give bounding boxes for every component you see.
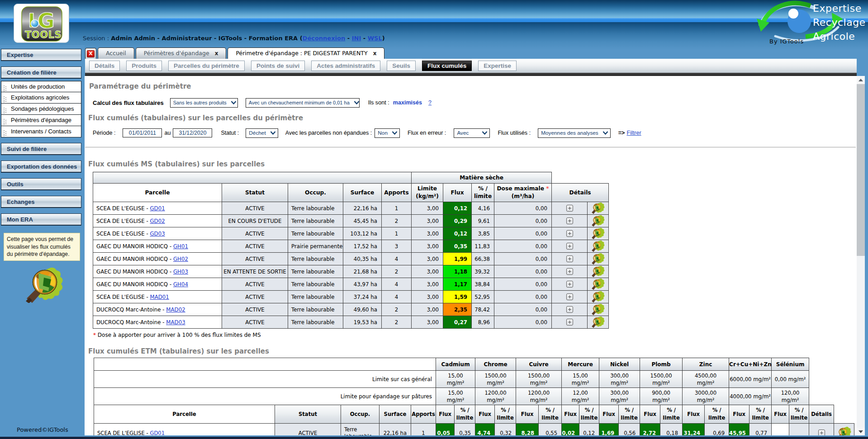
cell-statut: ACTIVE xyxy=(222,202,288,215)
map-view-button[interactable] xyxy=(591,217,605,224)
sidebar-item-exploitations-agricoles[interactable]: Exploitations agricoles xyxy=(1,92,81,104)
ini-link[interactable]: INI xyxy=(352,35,361,42)
expand-plus-icon[interactable] xyxy=(566,255,573,262)
session-info: Admin Admin - Administrateur - IGTools -… xyxy=(111,35,298,42)
nav-button-expertise[interactable]: Expertise xyxy=(478,61,517,71)
date-from-input[interactable]: 01/01/2011 xyxy=(123,128,162,137)
sidebar-item-label: Mon ERA xyxy=(7,216,33,223)
map-view-button[interactable] xyxy=(591,205,605,211)
map-view-button[interactable] xyxy=(591,281,605,287)
expand-plus-icon[interactable] xyxy=(818,430,825,435)
sidebar-item-expertise[interactable]: Expertise xyxy=(1,49,81,61)
parcelle-link[interactable]: GD02 xyxy=(150,218,165,224)
etm-metal-chrome: Chrome xyxy=(475,358,516,371)
sidebar-item-sondages-p-dologiques[interactable]: Sondages pédologiques xyxy=(1,104,81,115)
parcelle-name: GAEC DU MANOIR HODICQ - xyxy=(96,269,173,275)
etm-table-row: SCEA DE L'EGLISE - GD01ACTIVETerre labou… xyxy=(94,424,854,436)
map-view-button[interactable] xyxy=(591,319,605,325)
parcelle-link[interactable]: GH03 xyxy=(173,269,188,275)
cell-dose-max: 0,00 xyxy=(494,278,552,291)
etm-col-flux: Flux xyxy=(436,405,455,424)
sidebar-item-exportation-des-donn-es[interactable]: Exportation des données xyxy=(1,160,81,173)
parcelle-link[interactable]: MAD02 xyxy=(166,307,185,313)
vertical-scrollbar[interactable] xyxy=(857,76,865,435)
tab-close-icon[interactable]: x xyxy=(215,50,218,57)
help-link[interactable]: ? xyxy=(428,99,432,106)
ms-table-row: DUCROCQ Marc-Antoine - MAD02ACTIVETerre … xyxy=(93,303,609,316)
sidebar-item-suivi-de-fili-re[interactable]: Suivi de filière xyxy=(1,143,81,155)
scrollbar-thumb[interactable] xyxy=(857,84,865,256)
map-view-button[interactable] xyxy=(591,268,605,274)
expand-plus-icon[interactable] xyxy=(566,230,573,237)
sidebar-item-label: Unités de production xyxy=(11,83,65,90)
nav-button-d-tails[interactable]: Détails xyxy=(89,61,120,71)
expand-plus-icon[interactable] xyxy=(566,268,573,275)
non-epandues-select[interactable]: Non xyxy=(375,128,400,138)
scroll-up-button[interactable] xyxy=(857,76,865,84)
tab-p-rimetre-d-pandage-pe-digesta[interactable]: Périmetre d'épandage : PE DIGESTAT PAREN… xyxy=(228,47,384,59)
scroll-down-button[interactable] xyxy=(857,428,865,435)
sidebar-item-outils[interactable]: Outils xyxy=(1,178,81,190)
wsl-link[interactable]: WSL xyxy=(368,35,382,42)
sidebar-item-intervenants-contacts[interactable]: Intervenants / Contacts xyxy=(1,126,81,137)
map-view-button[interactable] xyxy=(837,430,851,435)
expand-plus-icon[interactable] xyxy=(566,243,573,250)
sidebar-item-echanges[interactable]: Echanges xyxy=(1,196,81,208)
map-view-button[interactable] xyxy=(591,255,605,262)
parcelle-link[interactable]: MAD03 xyxy=(166,319,185,326)
close-all-tabs-button[interactable]: X xyxy=(85,48,96,59)
cell-dose-max: 0,00 xyxy=(494,215,552,227)
nav-button-seuils[interactable]: Seuils xyxy=(387,61,416,71)
expand-plus-icon[interactable] xyxy=(566,306,573,313)
expand-plus-icon[interactable] xyxy=(566,319,573,326)
etm-col-flux: Flux xyxy=(475,405,495,424)
sidebar-item-unit-s-de-production[interactable]: Unités de production xyxy=(1,81,81,92)
igtools-logo[interactable]: I G TOOLS xyxy=(14,4,69,43)
parcelle-link[interactable]: GH01 xyxy=(173,243,188,250)
etm-limit-general-row: Limite sur cas général15,00mg/m²1500,00m… xyxy=(94,371,854,388)
tab-close-icon[interactable]: x xyxy=(373,50,377,57)
expand-plus-icon[interactable] xyxy=(566,205,573,212)
map-view-button[interactable] xyxy=(591,306,605,312)
parcelle-name: GAEC DU MANOIR HODICQ - xyxy=(96,281,173,288)
date-to-input[interactable]: 31/12/2020 xyxy=(173,128,212,137)
parcelle-link[interactable]: GH04 xyxy=(173,281,188,288)
statut-select[interactable]: Déchet xyxy=(246,128,278,138)
flux-erreur-select[interactable]: Avec xyxy=(454,128,490,138)
cell-flux: 0,12 xyxy=(443,202,472,215)
nav-button-flux-cumul-s[interactable]: Flux cumulés xyxy=(422,61,472,71)
flux-utilises-select[interactable]: Moyennes des analyses xyxy=(538,128,611,138)
nav-button-points-de-suivi[interactable]: Points de suivi xyxy=(251,61,305,71)
ms-table-row: SCEA DE L'EGLISE - GD01ACTIVETerre labou… xyxy=(93,202,609,215)
nav-button-produits[interactable]: Produits xyxy=(126,61,162,71)
parcelle-link[interactable]: GH02 xyxy=(173,256,188,262)
map-view-button[interactable] xyxy=(591,293,605,300)
tab-accueil[interactable]: Accueil xyxy=(98,47,134,59)
sidebar-item-cr-ation-de-fili-re[interactable]: Création de filière xyxy=(1,66,81,79)
map-magnifier-icon xyxy=(591,291,605,303)
logout-link[interactable]: Déconnexion xyxy=(303,35,346,42)
expand-plus-icon[interactable] xyxy=(566,217,573,224)
sidebar-item-p-rim-tres-d-pandage[interactable]: Périmètres d'épandage xyxy=(1,115,81,126)
products-select[interactable]: Sans les autres produits xyxy=(170,98,238,108)
parcelle-link[interactable]: GD01 xyxy=(150,430,165,436)
parcelle-link[interactable]: GD01 xyxy=(150,205,165,212)
cell-parcelle: SCEA DE L'EGLISE - MAD01 xyxy=(93,291,222,303)
tab-p-rim-tres-d-pandage[interactable]: Périmètres d'épandagex xyxy=(136,47,227,59)
ms-table-row: GAEC DU MANOIR HODICQ - GH03EN ATTENTE D… xyxy=(93,265,609,278)
overlap-select[interactable]: Avec un chevauchement minimum de 0,01 ha xyxy=(246,98,360,108)
sidebar-item-mon-era[interactable]: Mon ERA xyxy=(1,213,81,226)
filtrer-link[interactable]: Filtrer xyxy=(626,130,641,136)
map-view-button[interactable] xyxy=(591,230,605,236)
cell-flux: 1,59 xyxy=(443,291,472,303)
ms-table-row: GAEC DU MANOIR HODICQ - GH01ACTIVEPrairi… xyxy=(93,240,609,253)
cell-parcelle: GAEC DU MANOIR HODICQ - GH02 xyxy=(93,253,222,265)
parcelle-link[interactable]: GD03 xyxy=(150,231,165,237)
expand-plus-icon[interactable] xyxy=(566,281,573,288)
cell-flux: 1,69 xyxy=(599,424,619,436)
map-view-button[interactable] xyxy=(591,243,605,249)
parcelle-link[interactable]: MAD01 xyxy=(150,294,169,300)
nav-button-actes-administratifs[interactable]: Actes administratifs xyxy=(311,61,380,71)
expand-plus-icon[interactable] xyxy=(566,293,573,300)
nav-button-parcelles-du-p-rim-tre[interactable]: Parcelles du périmètre xyxy=(168,61,245,71)
